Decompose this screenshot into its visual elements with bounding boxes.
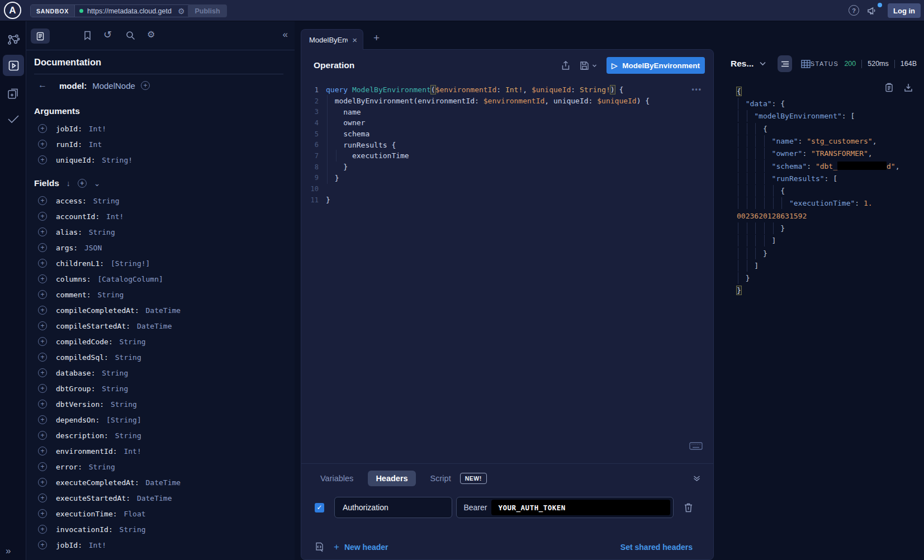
field-type[interactable]: [String] [106,416,141,424]
endpoint-url-box[interactable]: https://metadata.cloud.getd ⚙ [75,5,193,17]
add-field-icon[interactable]: + [38,509,47,518]
field-type[interactable]: String [89,228,115,236]
field-type[interactable]: String [120,338,146,346]
add-field-icon[interactable]: + [38,400,47,409]
publish-button[interactable]: Publish [188,4,227,17]
field-row[interactable]: + executeStartedAt DateTime [34,490,283,506]
field-row[interactable]: + columns [CatalogColumn] [34,271,283,287]
run-operation-button[interactable]: ▷ ModelByEnvironment [606,57,705,74]
add-field-icon[interactable]: + [38,431,47,440]
field-row[interactable]: + dependsOn [String] [34,412,283,428]
set-shared-headers-link[interactable]: Set shared headers [620,543,693,552]
add-model-icon[interactable]: + [141,81,150,90]
add-field-icon[interactable]: + [38,447,47,455]
field-row[interactable]: + dbtGroup String [34,381,283,396]
explorer-tab-active[interactable] [3,55,24,76]
endpoint-settings-gear-icon[interactable]: ⚙ [178,7,185,16]
keyboard-shortcuts-icon[interactable] [689,442,703,450]
field-row[interactable]: + compileCompletedAt DateTime [34,302,283,318]
preflight-script-icon[interactable] [315,542,324,553]
breadcrumb-type-link[interactable]: ModelNode [92,81,135,91]
add-field-icon[interactable]: + [38,384,47,393]
field-row[interactable]: + compiledCode String [34,334,283,349]
field-type[interactable]: String [102,385,128,393]
add-field-icon[interactable]: + [38,478,47,487]
add-field-icon[interactable]: + [38,259,47,268]
delete-header-icon[interactable] [684,502,693,512]
field-type[interactable]: Int! [124,447,141,455]
endpoint-url[interactable]: https://metadata.cloud.getd [87,7,174,15]
field-type[interactable]: DateTime [146,306,181,315]
field-row[interactable]: + alias String [34,224,283,240]
tab-headers[interactable]: Headers [368,471,415,486]
field-row[interactable]: + access String [34,193,283,208]
argument-type[interactable]: Int! [89,125,106,133]
new-header-button[interactable]: + New header [334,542,388,553]
header-enabled-checkbox[interactable]: ✓ [315,503,324,512]
add-field-icon[interactable]: + [38,290,47,299]
add-field-icon[interactable]: + [38,525,47,534]
argument-row[interactable]: + runId Int [34,136,283,152]
field-type[interactable]: DateTime [137,322,172,330]
expand-rail-chevrons[interactable]: » [6,545,11,557]
fields-chevron-down-icon[interactable]: ⌄ [94,179,101,188]
field-row[interactable]: + compileStartedAt DateTime [34,318,283,334]
add-all-fields-icon[interactable]: + [78,179,87,188]
field-row[interactable]: + error String [34,459,283,474]
share-operation-icon[interactable] [561,61,570,70]
add-field-icon[interactable]: + [38,274,47,283]
argument-row[interactable]: + uniqueId String! [34,152,283,168]
search-icon[interactable] [126,31,135,40]
field-type[interactable]: String [102,369,128,377]
add-field-icon[interactable]: + [38,462,47,471]
tab-variables[interactable]: Variables [320,474,353,483]
operation-collections-icon[interactable] [7,87,20,100]
add-field-icon[interactable]: + [38,306,47,315]
field-row[interactable]: + compiledSql String [34,349,283,365]
add-field-icon[interactable]: + [38,368,47,377]
add-field-icon[interactable]: + [38,337,47,346]
add-field-icon[interactable]: + [38,415,47,424]
field-type[interactable]: String [111,400,137,409]
collapse-io-panel-icon[interactable] [693,474,701,482]
field-type[interactable]: Int! [89,541,106,549]
field-row[interactable]: + executionTime Float [34,506,283,521]
field-type[interactable]: String [120,525,146,534]
field-type[interactable]: JSON [84,244,102,252]
close-tab-icon[interactable]: × [352,35,357,45]
add-field-icon[interactable]: + [38,321,47,330]
back-arrow-icon[interactable]: ← [34,80,49,91]
add-field-icon[interactable]: + [38,540,47,549]
argument-type[interactable]: String! [102,156,132,164]
add-field-icon[interactable]: + [38,227,47,236]
documentation-tab-active[interactable] [31,29,50,44]
tab-script[interactable]: Script [430,474,451,483]
apollo-logo-icon[interactable]: A [4,2,21,19]
field-type[interactable]: String [115,431,141,440]
header-value-input[interactable]: Bearer YOUR_AUTH_TOKEN [456,497,674,518]
add-field-icon[interactable]: + [38,196,47,205]
add-field-icon[interactable]: + [38,212,47,221]
header-name-input[interactable]: Authorization [334,497,452,518]
field-type[interactable]: [CatalogColumn] [97,275,163,283]
new-tab-button[interactable]: + [373,32,380,44]
field-row[interactable]: + invocationId String [34,521,283,537]
field-row[interactable]: + accountId Int! [34,208,283,224]
field-type[interactable]: [String!] [111,259,150,268]
field-row[interactable]: + jobId Int! [34,537,283,553]
add-field-icon[interactable]: + [38,243,47,252]
announcements-icon[interactable] [866,5,878,16]
field-row[interactable]: + environmentId Int! [34,443,283,459]
add-field-icon[interactable]: + [38,493,47,502]
settings-gear-icon[interactable]: ⚙ [147,29,155,40]
field-row[interactable]: + args JSON [34,240,283,255]
save-operation-icon[interactable] [580,61,597,70]
history-icon[interactable]: ↺ [103,29,112,41]
field-row[interactable]: + childrenL1 [String!] [34,255,283,271]
field-type[interactable]: String [97,291,124,299]
field-type[interactable]: String [89,463,115,471]
add-argument-icon[interactable]: + [38,140,47,149]
collapse-panel-icon[interactable]: « [283,29,288,40]
checks-icon[interactable] [7,113,20,125]
field-type[interactable]: String [115,353,141,362]
